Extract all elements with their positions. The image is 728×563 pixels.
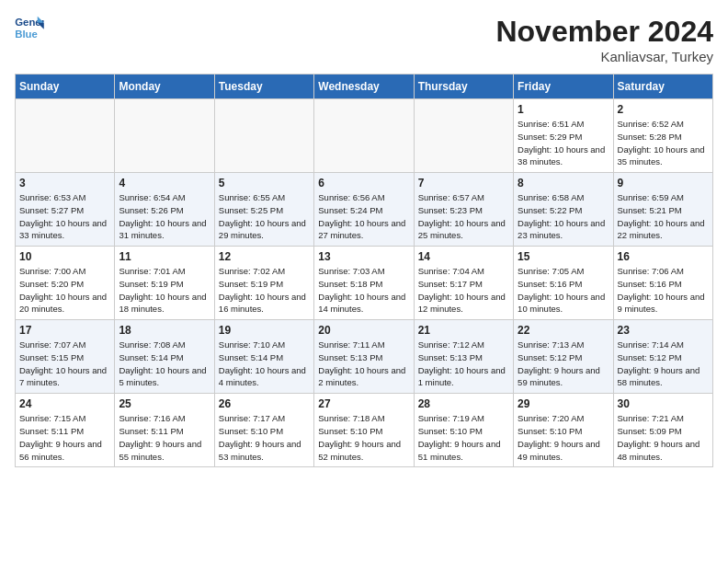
calendar-day: 11Sunrise: 7:01 AM Sunset: 5:19 PM Dayli… <box>115 247 214 320</box>
calendar-day <box>214 99 313 173</box>
day-number: 17 <box>19 324 110 337</box>
calendar-day: 6Sunrise: 6:56 AM Sunset: 5:24 PM Daylig… <box>314 173 414 247</box>
day-info: Sunrise: 7:14 AM Sunset: 5:12 PM Dayligh… <box>618 339 709 389</box>
calendar-day: 22Sunrise: 7:13 AM Sunset: 5:12 PM Dayli… <box>514 320 613 394</box>
calendar-day <box>314 99 414 173</box>
weekday-header: Saturday <box>613 75 712 99</box>
calendar-day: 13Sunrise: 7:03 AM Sunset: 5:18 PM Dayli… <box>314 247 414 320</box>
calendar-day: 29Sunrise: 7:20 AM Sunset: 5:10 PM Dayli… <box>514 394 613 467</box>
calendar-day <box>16 99 115 173</box>
calendar-day: 19Sunrise: 7:10 AM Sunset: 5:14 PM Dayli… <box>214 320 313 394</box>
weekday-header: Thursday <box>414 75 513 99</box>
calendar-day: 5Sunrise: 6:55 AM Sunset: 5:25 PM Daylig… <box>214 173 313 247</box>
weekday-header: Sunday <box>16 75 115 99</box>
calendar-day: 23Sunrise: 7:14 AM Sunset: 5:12 PM Dayli… <box>613 320 712 394</box>
day-number: 26 <box>219 397 310 410</box>
calendar-day: 15Sunrise: 7:05 AM Sunset: 5:16 PM Dayli… <box>514 247 613 320</box>
calendar-week-row: 24Sunrise: 7:15 AM Sunset: 5:11 PM Dayli… <box>16 394 713 467</box>
day-number: 14 <box>418 250 509 263</box>
calendar-day: 4Sunrise: 6:54 AM Sunset: 5:26 PM Daylig… <box>115 173 214 247</box>
day-info: Sunrise: 7:10 AM Sunset: 5:14 PM Dayligh… <box>219 339 310 389</box>
day-number: 15 <box>518 250 609 263</box>
calendar-week-row: 1Sunrise: 6:51 AM Sunset: 5:29 PM Daylig… <box>16 99 713 173</box>
weekday-header-row: SundayMondayTuesdayWednesdayThursdayFrid… <box>16 75 713 99</box>
calendar-day: 18Sunrise: 7:08 AM Sunset: 5:14 PM Dayli… <box>115 320 214 394</box>
day-info: Sunrise: 7:08 AM Sunset: 5:14 PM Dayligh… <box>119 339 210 389</box>
day-number: 12 <box>219 250 310 263</box>
day-info: Sunrise: 7:21 AM Sunset: 5:09 PM Dayligh… <box>618 412 709 463</box>
calendar-day: 30Sunrise: 7:21 AM Sunset: 5:09 PM Dayli… <box>613 394 712 467</box>
calendar-day: 2Sunrise: 6:52 AM Sunset: 5:28 PM Daylig… <box>613 99 712 173</box>
day-number: 9 <box>618 177 709 190</box>
day-number: 18 <box>119 324 210 337</box>
weekday-header: Tuesday <box>214 75 313 99</box>
day-info: Sunrise: 7:12 AM Sunset: 5:13 PM Dayligh… <box>418 339 509 389</box>
day-number: 25 <box>119 397 210 410</box>
calendar-day: 26Sunrise: 7:17 AM Sunset: 5:10 PM Dayli… <box>214 394 313 467</box>
day-info: Sunrise: 6:57 AM Sunset: 5:23 PM Dayligh… <box>418 191 509 242</box>
day-info: Sunrise: 7:11 AM Sunset: 5:13 PM Dayligh… <box>318 339 409 389</box>
calendar-day: 17Sunrise: 7:07 AM Sunset: 5:15 PM Dayli… <box>16 320 115 394</box>
day-info: Sunrise: 7:02 AM Sunset: 5:19 PM Dayligh… <box>219 265 310 316</box>
day-number: 10 <box>19 250 110 263</box>
day-info: Sunrise: 7:15 AM Sunset: 5:11 PM Dayligh… <box>19 412 110 463</box>
month-title: November 2024 <box>495 15 713 49</box>
day-number: 3 <box>19 177 110 190</box>
svg-text:Blue: Blue <box>15 29 38 40</box>
day-number: 20 <box>318 324 409 337</box>
day-info: Sunrise: 7:05 AM Sunset: 5:16 PM Dayligh… <box>518 265 609 316</box>
calendar-day: 10Sunrise: 7:00 AM Sunset: 5:20 PM Dayli… <box>16 247 115 320</box>
calendar-day <box>115 99 214 173</box>
calendar-week-row: 10Sunrise: 7:00 AM Sunset: 5:20 PM Dayli… <box>16 247 713 320</box>
day-info: Sunrise: 7:01 AM Sunset: 5:19 PM Dayligh… <box>119 265 210 316</box>
weekday-header: Wednesday <box>314 75 414 99</box>
day-number: 28 <box>418 397 509 410</box>
day-number: 24 <box>19 397 110 410</box>
day-number: 5 <box>219 177 310 190</box>
day-info: Sunrise: 6:52 AM Sunset: 5:28 PM Dayligh… <box>618 118 709 168</box>
day-info: Sunrise: 7:00 AM Sunset: 5:20 PM Dayligh… <box>19 265 110 316</box>
day-number: 4 <box>119 177 210 190</box>
day-info: Sunrise: 7:17 AM Sunset: 5:10 PM Dayligh… <box>219 412 310 463</box>
calendar-day: 21Sunrise: 7:12 AM Sunset: 5:13 PM Dayli… <box>414 320 513 394</box>
calendar-day: 27Sunrise: 7:18 AM Sunset: 5:10 PM Dayli… <box>314 394 414 467</box>
calendar-day: 1Sunrise: 6:51 AM Sunset: 5:29 PM Daylig… <box>514 99 613 173</box>
calendar-day: 16Sunrise: 7:06 AM Sunset: 5:16 PM Dayli… <box>613 247 712 320</box>
day-number: 11 <box>119 250 210 263</box>
calendar-week-row: 3Sunrise: 6:53 AM Sunset: 5:27 PM Daylig… <box>16 173 713 247</box>
day-number: 7 <box>418 177 509 190</box>
day-number: 16 <box>618 250 709 263</box>
day-info: Sunrise: 7:16 AM Sunset: 5:11 PM Dayligh… <box>119 412 210 463</box>
logo: General Blue <box>15 15 44 40</box>
day-number: 22 <box>518 324 609 337</box>
day-number: 27 <box>318 397 409 410</box>
day-number: 23 <box>618 324 709 337</box>
calendar-table: SundayMondayTuesdayWednesdayThursdayFrid… <box>15 74 713 467</box>
day-number: 2 <box>618 103 709 116</box>
calendar-day: 20Sunrise: 7:11 AM Sunset: 5:13 PM Dayli… <box>314 320 414 394</box>
day-info: Sunrise: 7:13 AM Sunset: 5:12 PM Dayligh… <box>518 339 609 389</box>
day-number: 19 <box>219 324 310 337</box>
calendar-day: 25Sunrise: 7:16 AM Sunset: 5:11 PM Dayli… <box>115 394 214 467</box>
day-info: Sunrise: 7:19 AM Sunset: 5:10 PM Dayligh… <box>418 412 509 463</box>
day-info: Sunrise: 7:20 AM Sunset: 5:10 PM Dayligh… <box>518 412 609 463</box>
day-info: Sunrise: 7:03 AM Sunset: 5:18 PM Dayligh… <box>318 265 409 316</box>
calendar-day: 9Sunrise: 6:59 AM Sunset: 5:21 PM Daylig… <box>613 173 712 247</box>
calendar-day: 3Sunrise: 6:53 AM Sunset: 5:27 PM Daylig… <box>16 173 115 247</box>
day-info: Sunrise: 6:59 AM Sunset: 5:21 PM Dayligh… <box>618 191 709 242</box>
day-number: 13 <box>318 250 409 263</box>
day-info: Sunrise: 6:51 AM Sunset: 5:29 PM Dayligh… <box>518 118 609 168</box>
day-number: 1 <box>518 103 609 116</box>
logo-icon: General Blue <box>15 15 44 40</box>
day-info: Sunrise: 7:06 AM Sunset: 5:16 PM Dayligh… <box>618 265 709 316</box>
day-info: Sunrise: 7:04 AM Sunset: 5:17 PM Dayligh… <box>418 265 509 316</box>
day-info: Sunrise: 6:54 AM Sunset: 5:26 PM Dayligh… <box>119 191 210 242</box>
day-number: 29 <box>518 397 609 410</box>
calendar-day: 24Sunrise: 7:15 AM Sunset: 5:11 PM Dayli… <box>16 394 115 467</box>
calendar-day: 7Sunrise: 6:57 AM Sunset: 5:23 PM Daylig… <box>414 173 513 247</box>
calendar-week-row: 17Sunrise: 7:07 AM Sunset: 5:15 PM Dayli… <box>16 320 713 394</box>
calendar-day: 8Sunrise: 6:58 AM Sunset: 5:22 PM Daylig… <box>514 173 613 247</box>
day-info: Sunrise: 6:53 AM Sunset: 5:27 PM Dayligh… <box>19 191 110 242</box>
weekday-header: Friday <box>514 75 613 99</box>
calendar-day: 12Sunrise: 7:02 AM Sunset: 5:19 PM Dayli… <box>214 247 313 320</box>
